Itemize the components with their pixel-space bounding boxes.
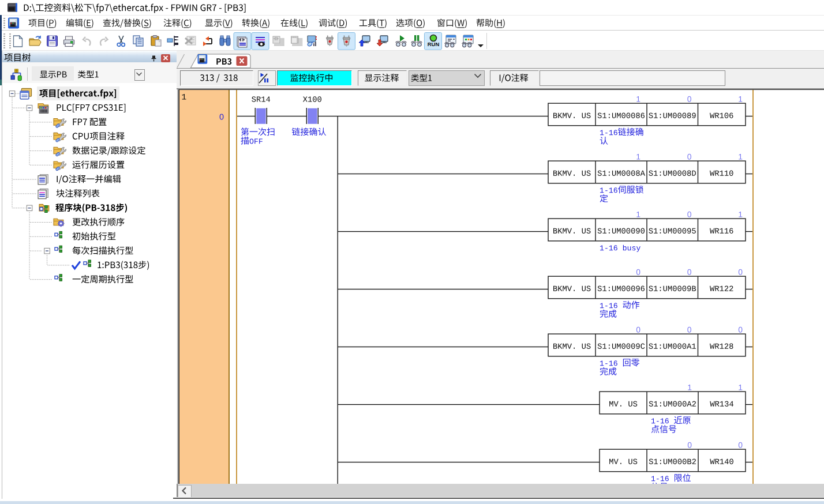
svg-text:RUN: RUN bbox=[428, 41, 440, 47]
